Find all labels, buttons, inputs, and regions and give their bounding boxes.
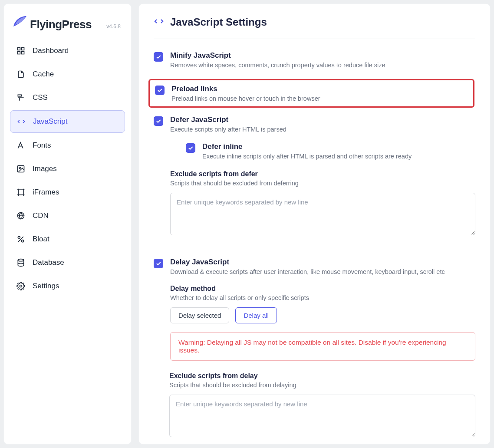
sidebar-item-label: Bloat <box>33 235 49 244</box>
sidebar-item-database[interactable]: Database <box>10 252 125 273</box>
field-title: Exclude scripts from defer <box>170 170 475 178</box>
svg-rect-6 <box>18 190 23 195</box>
sidebar-item-dashboard[interactable]: Dashboard <box>10 40 125 62</box>
page-header: JavaScript Settings <box>154 16 475 39</box>
brand-version: v4.6.8 <box>106 23 121 30</box>
setting-defer-inline: Defer inline Execute inline scripts only… <box>186 142 475 160</box>
svg-point-8 <box>18 236 20 238</box>
delay-all-button[interactable]: Delay all <box>235 307 277 323</box>
svg-point-11 <box>20 285 22 287</box>
setting-desc: Preload links on mouse hover or touch in… <box>171 95 468 102</box>
svg-rect-1 <box>22 48 24 50</box>
setting-desc: Execute scripts only after HTML is parse… <box>170 126 475 133</box>
sidebar-item-javascript[interactable]: JavaScript <box>10 110 125 133</box>
svg-rect-3 <box>22 52 24 54</box>
sidebar-item-label: Fonts <box>33 141 51 150</box>
sidebar-item-settings[interactable]: Settings <box>10 275 125 297</box>
sidebar-item-label: JavaScript <box>33 117 67 126</box>
field-desc: Scripts that should be excluded from def… <box>170 180 475 187</box>
field-title: Delay method <box>170 285 475 293</box>
sidebar-item-label: Cache <box>33 70 54 79</box>
setting-desc: Removes white spaces, comments, crunch p… <box>170 62 475 69</box>
checkbox-delay-js[interactable] <box>154 259 163 268</box>
dashboard-icon <box>16 46 26 56</box>
checkbox-minify-js[interactable] <box>154 52 163 62</box>
sidebar-item-iframes[interactable]: iFrames <box>10 181 125 203</box>
sidebar-item-cache[interactable]: Cache <box>10 63 125 85</box>
setting-minify-js: Minify JavaScript Removes white spaces, … <box>154 51 475 69</box>
checkbox-preload-links[interactable] <box>155 86 165 95</box>
exclude-defer-textarea[interactable] <box>170 193 475 235</box>
highlighted-preload-links: Preload links Preload links on mouse hov… <box>148 79 474 108</box>
field-title: Exclude scripts from delay <box>169 372 475 380</box>
delay-warning: Warning: Delaying all JS may not be comp… <box>170 332 475 361</box>
svg-point-10 <box>18 259 23 261</box>
svg-point-9 <box>22 240 24 242</box>
sidebar-item-label: CSS <box>33 93 48 102</box>
setting-title: Preload links <box>171 85 468 93</box>
settings-icon <box>16 281 26 291</box>
sidebar-item-label: CDN <box>33 211 49 220</box>
sidebar-item-label: Settings <box>33 282 59 290</box>
delay-method-group: Delay selected Delay all <box>170 307 475 323</box>
sidebar-item-label: Database <box>33 258 64 267</box>
sidebar-item-label: iFrames <box>33 188 59 197</box>
delay-selected-button[interactable]: Delay selected <box>170 307 229 323</box>
sidebar-item-cdn[interactable]: CDN <box>10 205 125 227</box>
sidebar-item-fonts[interactable]: Fonts <box>10 135 125 156</box>
setting-preload-links: Preload links Preload links on mouse hov… <box>155 85 468 102</box>
sidebar-item-bloat[interactable]: Bloat <box>10 228 125 250</box>
setting-title: Defer JavaScript <box>170 115 475 124</box>
cdn-icon <box>16 211 26 221</box>
setting-defer-js: Defer JavaScript Execute scripts only af… <box>154 115 475 247</box>
bloat-icon <box>16 234 26 244</box>
images-icon <box>16 164 26 174</box>
sidebar-item-css[interactable]: CSS <box>10 87 125 109</box>
field-desc: Whether to delay all scripts or only spe… <box>170 294 475 301</box>
css-icon <box>16 93 26 102</box>
setting-title: Delay JavaScript <box>170 258 475 267</box>
svg-point-5 <box>19 167 20 168</box>
exclude-delay-textarea[interactable] <box>169 395 475 437</box>
javascript-icon <box>16 117 26 126</box>
checkbox-defer-inline[interactable] <box>186 143 195 153</box>
setting-title: Defer inline <box>202 142 475 151</box>
svg-rect-0 <box>18 48 20 50</box>
setting-desc: Download & execute scripts after user in… <box>170 268 475 275</box>
sidebar-item-label: Images <box>33 165 57 173</box>
javascript-icon <box>154 16 164 28</box>
setting-title: Minify JavaScript <box>170 51 475 60</box>
checkbox-defer-js[interactable] <box>154 116 163 126</box>
page-title: JavaScript Settings <box>170 16 267 28</box>
field-desc: Scripts that should be excluded from del… <box>169 382 475 389</box>
svg-rect-2 <box>18 52 20 54</box>
sidebar-item-label: Dashboard <box>33 46 69 55</box>
brand-logo-icon <box>13 15 27 28</box>
database-icon <box>16 258 26 267</box>
cache-icon <box>16 69 26 79</box>
brand-name: FlyingPress <box>30 18 92 31</box>
iframes-icon <box>16 188 26 197</box>
main-content: JavaScript Settings Minify JavaScript Re… <box>138 3 491 445</box>
brand-row: FlyingPress v4.6.8 <box>10 13 125 40</box>
setting-delay-js: Delay JavaScript Download & execute scri… <box>154 258 475 361</box>
sidebar: FlyingPress v4.6.8 Dashboard Cache CSS J… <box>3 3 132 445</box>
sidebar-item-images[interactable]: Images <box>10 158 125 180</box>
setting-desc: Execute inline scripts only after HTML i… <box>202 153 475 160</box>
fonts-icon <box>16 141 26 150</box>
